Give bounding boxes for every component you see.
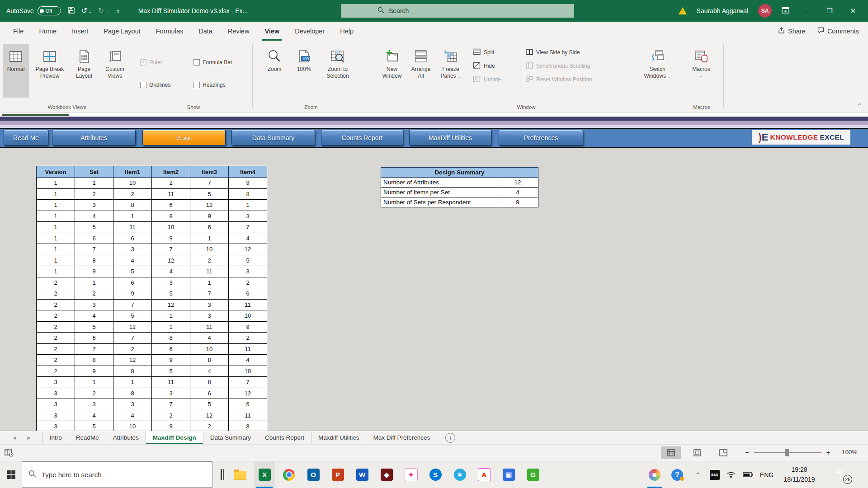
table-cell[interactable]: 8 [113,200,152,211]
table-cell[interactable]: 2 [229,277,267,288]
table-cell[interactable]: 7 [113,333,152,344]
table-cell[interactable]: 8 [152,211,190,222]
table-cell[interactable]: 12 [113,321,152,333]
ribbon-tab-help[interactable]: Help [332,22,361,41]
table-cell[interactable]: 6 [229,399,267,410]
sheet-scroll-right-icon[interactable]: ► [26,435,32,441]
search-box[interactable]: Search [341,4,574,18]
table-cell[interactable]: 6 [113,277,152,288]
design-table-header-item4[interactable]: Item4 [229,166,267,178]
outlook-icon[interactable]: O [302,461,324,488]
pen-workspace-icon[interactable] [218,468,227,481]
user-name[interactable]: Saurabh Aggarwal [697,7,748,14]
table-cell[interactable]: 6 [75,333,113,344]
table-cell[interactable]: 7 [229,377,267,388]
table-cell[interactable]: 1 [37,188,75,200]
checkbox-headings[interactable]: Headings [193,80,226,90]
table-cell[interactable]: 12 [152,255,190,266]
table-cell[interactable]: 10 [190,343,229,355]
table-cell[interactable]: 5 [113,310,152,322]
table-cell[interactable]: 2 [152,410,190,421]
table-cell[interactable]: 7 [75,244,113,255]
restore-button[interactable]: ❐ [823,7,836,15]
table-cell[interactable]: 5 [75,321,113,333]
table-cell[interactable]: 10 [152,222,190,233]
start-button[interactable] [0,461,22,488]
nav-button-attributes[interactable]: Attributes [52,130,136,145]
checkbox-ruler[interactable]: Ruler [140,57,162,68]
zoom-slider-handle[interactable] [785,449,789,456]
table-cell[interactable]: 5 [229,255,267,266]
table-cell[interactable]: 8 [190,355,229,366]
table-cell[interactable]: 2 [37,366,75,377]
checkbox-formula-bar[interactable]: Formula Bar [193,57,232,68]
wifi-icon[interactable] [724,461,738,488]
table-cell[interactable]: 8 [75,255,113,266]
table-cell[interactable]: 5 [75,222,113,233]
arrange-all-button[interactable]: Arrange All [408,44,434,98]
table-cell[interactable]: 2 [37,343,75,355]
unhide-button[interactable]: Unhide [473,74,501,85]
battery-icon[interactable] [741,461,756,488]
table-cell[interactable]: 1 [113,211,152,222]
table-cell[interactable]: 2 [37,321,75,333]
page-layout-view-button[interactable]: Page Layout [71,44,98,98]
network-app-icon[interactable]: ✶ [449,461,471,488]
table-cell[interactable]: 3 [229,266,267,277]
table-cell[interactable]: 2 [37,333,75,344]
table-cell[interactable]: 6 [152,200,190,211]
table-cell[interactable]: 3 [190,299,229,310]
paint-app-icon[interactable] [644,461,665,488]
table-cell[interactable]: 11 [113,222,152,233]
ribbon-tab-view[interactable]: View [257,22,287,41]
table-cell[interactable]: 12 [113,355,152,366]
table-cell[interactable]: 3 [37,399,75,410]
table-cell[interactable]: 6 [75,233,113,244]
table-cell[interactable]: 3 [190,310,229,322]
table-cell[interactable]: 8 [75,355,113,366]
summary-value[interactable]: 12 [497,178,538,188]
table-cell[interactable]: 9 [152,355,190,366]
split-button[interactable]: Split [473,47,494,58]
table-cell[interactable]: 7 [152,244,190,255]
table-cell[interactable]: 1 [37,200,75,211]
table-cell[interactable]: 4 [113,255,152,266]
table-cell[interactable]: 3 [37,377,75,388]
table-cell[interactable]: 3 [113,399,152,410]
table-cell[interactable]: 4 [229,355,267,366]
table-cell[interactable]: 7 [190,288,229,300]
sheet-tab-intro[interactable]: Intro [42,431,69,444]
table-cell[interactable]: 12 [152,299,190,310]
normal-view-status-button[interactable] [661,446,681,459]
table-cell[interactable]: 3 [152,388,190,399]
design-table-header-item2[interactable]: Item2 [152,166,190,178]
custom-views-button[interactable]: Custom Views [99,44,130,98]
zoom-100-button[interactable]: 100 100% [290,44,317,98]
table-cell[interactable]: 2 [190,421,229,431]
language-indicator[interactable]: ENG [759,461,775,488]
table-cell[interactable]: 1 [229,200,267,211]
table-cell[interactable]: 10 [113,178,152,189]
table-cell[interactable]: 11 [229,410,267,421]
zoom-out-button[interactable]: − [745,449,749,457]
new-sheet-button[interactable]: + [445,433,455,443]
table-cell[interactable]: 5 [190,399,229,410]
acrobat-icon[interactable]: A [473,461,495,488]
design-table-header-item3[interactable]: Item3 [190,166,229,178]
table-cell[interactable]: 4 [75,410,113,421]
ribbon-tab-insert[interactable]: Insert [64,22,96,41]
checkbox-box-ruler[interactable] [140,59,146,66]
ribbon-tab-data[interactable]: Data [191,22,220,41]
table-cell[interactable]: 2 [37,277,75,288]
page-break-preview-status-button[interactable] [713,446,733,459]
reset-window-position-button[interactable]: Reset Window Position [525,74,592,85]
undo-button[interactable]: ↺⌄ [81,7,92,14]
table-cell[interactable]: 2 [152,178,190,189]
ribbon-tab-file[interactable]: File [5,22,31,41]
table-cell[interactable]: 4 [75,310,113,322]
table-cell[interactable]: 2 [75,188,113,200]
table-cell[interactable]: 8 [190,377,229,388]
accessibility-status-icon[interactable] [5,449,14,459]
quick-access-customize-icon[interactable]: ⌅ [116,8,120,14]
summary-value[interactable]: 4 [497,188,538,197]
